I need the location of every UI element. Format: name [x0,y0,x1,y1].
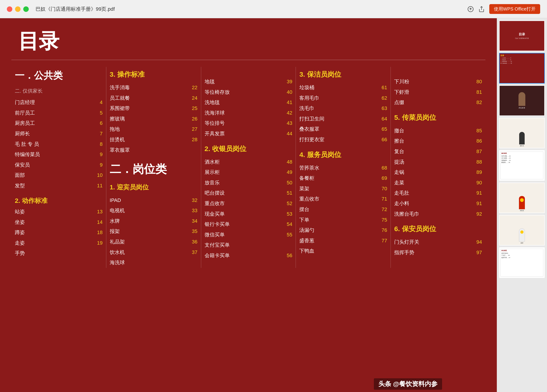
toc-col-2: 3. 操作标准 洗手消毒 22 员工就餐 24 系围裙带 25 擦玻璃 26 [106,67,201,268]
toc-item: 系围裙带 25 [110,103,198,114]
toc-item: 海洗球 [110,257,198,268]
thumbnail-6[interactable]: 传菜员 [499,183,545,213]
toc-item: 厨师长 7 [15,129,103,139]
thumbnail-3[interactable]: 岗位标准 [499,85,545,116]
toc-item: 备餐柜 69 [299,173,387,183]
toc-item: 重点收市 71 [299,194,387,204]
toc-item: 下川粉 80 [394,76,482,87]
toc-item: 菜架 70 [299,183,387,194]
toc-item: 银行卡买单 54 [205,219,293,230]
close-button[interactable] [7,6,12,12]
thumbnail-2[interactable]: 目录 一. 公共类 ............. 4 二. 岗位类 .......… [499,53,545,83]
col4-section2: 4. 服务员岗位 [299,149,387,161]
tab-title: 巴奴《门店通用标准手册》99页.pdf [36,6,467,13]
toc-item: 盛香葱 77 [299,235,387,246]
minimize-button[interactable] [15,6,21,12]
toc-content: 一．公共类 二. 仅供家长 门店经理 4 前厅员工 5 厨房员工 6 厨师长 7 [11,67,485,268]
browser-actions: 使用WPS Office打开 [467,4,540,14]
toc-item: 洗擦台毛巾 92 [394,209,482,219]
traffic-lights [7,6,29,12]
toc-item: 酒水柜 48 [205,157,293,167]
main-area: 目录 一．公共类 二. 仅供家长 门店经理 4 前厅员工 5 厨房员工 6 [0,18,547,392]
toc-col-1: 一．公共类 二. 仅供家长 门店经理 4 前厅员工 5 厨房员工 6 厨师长 7 [11,67,106,268]
toc-item: 洗毛巾 63 [299,103,387,114]
upload-icon[interactable] [467,6,474,12]
toc-item: 苦荞茶水 68 [299,163,387,173]
toc-item: 发型 11 [15,180,103,191]
toc-item: 拖地 27 [110,124,198,134]
col4-header: 3. 保洁员岗位 [299,68,387,81]
toc-item: 摆台 72 [299,204,387,215]
toc-item: 特编传菜员 9 [15,149,103,160]
toc-item: 厨房员工 6 [15,118,103,129]
toc-item: 站姿 13 [15,206,103,217]
thumbnail-4[interactable]: 服务员 [499,118,545,148]
toc-item: 撤台 85 [394,125,482,136]
toc-item: 水牌 34 [110,216,198,226]
toc-item: 地毯 39 [205,76,293,87]
toc-item: 擦玻璃 26 [110,114,198,124]
toc-item: 提汤 88 [394,157,482,167]
toc-item: 下虾滑 81 [394,87,482,97]
toc-item: 电视机 33 [110,205,198,216]
toc-item: 保安员 9 [15,160,103,170]
toc-item: 下鸭血 [299,246,387,256]
section-1-sub: 二. 仅供家长 [15,86,103,96]
wps-open-button[interactable]: 使用WPS Office打开 [489,4,540,14]
col2-section2: 二．岗位类 1. 迎宾员岗位 [110,159,198,193]
toc-item: 现金买单 53 [205,209,293,219]
toc-item: 饮水机 37 [110,247,198,258]
maximize-button[interactable] [23,6,29,12]
toc-item: 开具发票 44 [205,129,293,139]
toc-item: 走菜 90 [394,178,482,188]
col5-section3: 6. 保安员岗位 [394,223,482,235]
thumbnail-5[interactable]: 操作规范 洗手消毒 .... 22 员工就餐 .... 24 系围裙带 ....… [499,150,545,181]
col5-section2: 5. 传菜员岗位 [394,111,482,124]
toc-item: 汤漏勺 76 [299,225,387,235]
toc-item: 点缀 82 [394,97,482,108]
toc-item: 走姿 19 [15,238,103,248]
toc-item: 叠衣服罩 65 [299,124,387,134]
section-1-header: 一．公共类 [15,67,103,84]
toc-item: 面部 10 [15,170,103,180]
toc-title: 目录 [18,28,485,55]
toc-item: 打扫卫生间 64 [299,114,387,124]
thumbnail-8[interactable]: 岗位规范 保安员岗位 门头灯 ..... 94 指挥手势 ... 97 [499,247,545,278]
toc-item: 礼品架 36 [110,237,198,247]
toc-item: 门头灯开关 94 [394,237,482,247]
toc-item: 吧台摆设 51 [205,188,293,198]
toc-col-4: 3. 保洁员岗位 垃圾桶 61 客用毛巾 62 洗毛巾 63 打扫卫生间 64 [296,67,390,268]
toc-item: 洗海洋球 42 [205,108,293,118]
thumbnail-1[interactable]: 目录 巴奴门店通用标准手册 [499,21,545,51]
toc-item: 微信买单 55 [205,230,293,240]
toc-item: 重点收市 52 [205,198,293,209]
pdf-viewer: 目录 一．公共类 二. 仅供家长 门店经理 4 前厅员工 5 厨房员工 6 [0,18,497,392]
toc-item: 走小料 91 [394,198,482,209]
toc-item: 下单 75 [299,215,387,225]
toc-item: 员工就餐 24 [110,93,198,103]
toc-item: 展示柜 49 [205,167,293,178]
toc-item: 走毛肚 91 [394,188,482,198]
col2-header: 3. 操作标准 [110,68,198,81]
toc-item: 等位椅存放 40 [205,87,293,97]
share-icon[interactable] [478,6,485,12]
browser-chrome: 巴奴《门店通用标准手册》99页.pdf 使用WPS Office打开 [0,0,547,18]
divider [11,60,485,60]
toc-item: 坐姿 14 [15,217,103,227]
toc-item: IPAD 32 [110,195,198,206]
toc-col-3: 地毯 39 等位椅存放 40 洗地毯 41 洗海洋球 42 等位排号 43 [201,67,296,268]
toc-item: 毛 肚 专 员 8 [15,139,103,150]
toc-item: 支付宝买单 [205,240,293,250]
toc-item: 客用毛巾 62 [299,93,387,103]
toc-item: 等位排号 43 [205,118,293,129]
watermark: 头条 @餐饮资料内参 [374,378,442,390]
toc-item: 前厅员工 5 [15,108,103,118]
col3-section2: 2. 收银员岗位 [205,143,293,155]
toc-item: 会籍卡买单 56 [205,250,293,261]
toc-item: 走锅 89 [394,167,482,178]
toc-item: 复台 87 [394,146,482,157]
thumbnail-7[interactable]: 厨师 [499,215,545,246]
toc-item: 罩衣服罩 [110,145,198,155]
toc-item: 手势 [15,248,103,259]
toc-item: 报架 35 [110,226,198,237]
